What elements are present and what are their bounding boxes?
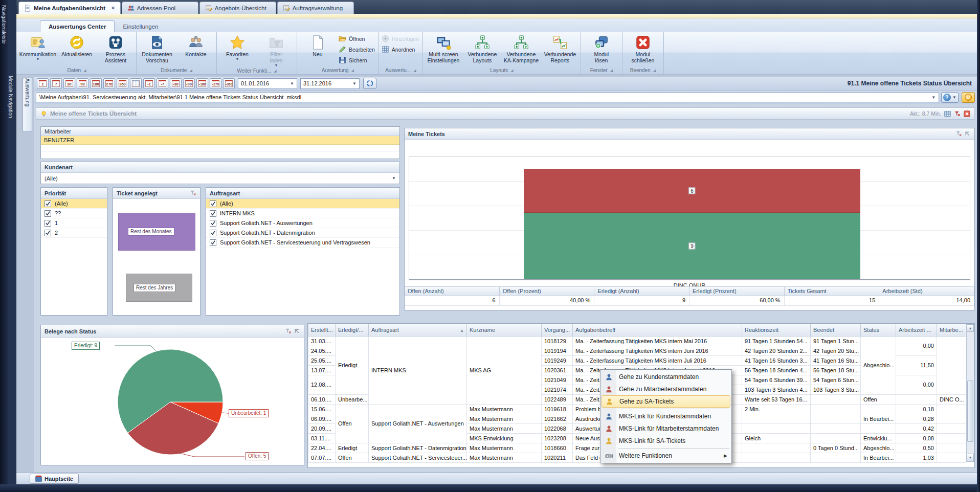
dialog-launcher-icon[interactable]: ◢ — [610, 69, 613, 73]
navigation-side-strip[interactable]: Navigationsleiste — [0, 0, 8, 492]
scrollbar-thumb[interactable] — [967, 381, 973, 442]
table-cell[interactable]: 0,50 — [896, 443, 937, 453]
table-cell[interactable]: 41 Tagen 16 Stu... — [811, 355, 861, 365]
context-menu-item-gehe-zu-kundenstammdaten[interactable]: Gehe zu Kundenstammdaten — [602, 371, 730, 383]
dialog-launcher-icon[interactable]: ◢ — [653, 69, 656, 73]
table-cell[interactable] — [937, 423, 966, 433]
dialog-launcher-icon[interactable]: ◢ — [274, 69, 276, 73]
table-cell[interactable]: Gleich — [742, 433, 811, 443]
date-preset-minus1[interactable]: -1 — [143, 78, 155, 89]
date-preset-30[interactable]: 30 — [63, 78, 75, 89]
chevron-down-icon[interactable]: ▼ — [392, 176, 396, 181]
auftragsart-item-support-goliath-net-auswertungen[interactable]: Support Goliath.NET - Auswertungen — [206, 218, 399, 228]
dialog-launcher-icon[interactable]: ◢ — [189, 69, 192, 73]
table-cell[interactable]: Ma. - Zeiterfassung Tätigkeiten MKS inte… — [573, 336, 742, 346]
module-navigation-strip[interactable]: Module Navigation — [8, 0, 16, 492]
auftragsart-item-intern-mks[interactable]: INTERN MKS — [206, 209, 399, 218]
table-cell[interactable] — [937, 443, 966, 453]
table-cell[interactable]: Abgeschlo... — [861, 443, 896, 453]
window-tab-meine-aufgabenübersicht[interactable]: Meine Aufgabenübersicht✕ — [18, 2, 121, 14]
filter-clear-icon[interactable] — [190, 190, 196, 196]
table-cell[interactable]: Abgeschlo... — [861, 336, 896, 394]
ribbon-button-modul-lösen[interactable]: Modul lösen — [582, 32, 621, 63]
context-menu-item-gehe-zu-sa-tickets[interactable]: Gehe zu SA-Tickets — [602, 395, 730, 408]
table-cell[interactable]: 25.05.... — [308, 355, 336, 365]
ribbon-button-hinzufügen[interactable]: Hinzufügen — [382, 34, 419, 43]
table-cell[interactable]: 13.07.... — [308, 365, 336, 375]
table-cell[interactable] — [811, 433, 861, 443]
context-menu-item-mks-link-für-kundenstammdaten[interactable]: MKS-Link für Kundenstammdaten — [602, 410, 730, 422]
column-header-arbeitszeit[interactable]: Arbeitszeit ... — [896, 324, 937, 336]
date-from-combo[interactable]: 01.01.2016▼ — [238, 78, 297, 89]
table-cell[interactable]: Max Mustermann — [467, 443, 542, 453]
table-cell[interactable] — [937, 453, 966, 462]
table-cell[interactable]: 12.08.... — [308, 375, 336, 394]
ribbon-button-bearbeiten[interactable]: Bearbeiten — [339, 44, 375, 54]
table-cell[interactable] — [937, 336, 966, 394]
date-preset-calendar[interactable] — [130, 78, 142, 89]
table-cell[interactable]: Support Goliath.NET - Datenmigration — [369, 443, 467, 453]
column-header-status[interactable]: Status — [861, 324, 896, 336]
date-preset-minus270[interactable]: -270 — [210, 78, 221, 89]
table-cell[interactable]: 0,28 — [896, 414, 937, 423]
prioritaet-item-alle[interactable]: (Alle) — [41, 199, 107, 209]
dialog-launcher-icon[interactable]: ◢ — [510, 69, 513, 73]
table-cell[interactable]: 1021662 — [542, 414, 573, 423]
table-cell[interactable]: Ma. - Zeiterfassung Tätigkeiten MKS inte… — [573, 355, 742, 365]
date-preset-270[interactable]: 270 — [103, 78, 115, 89]
table-cell[interactable]: 41 Tagen 16 Stunden 3... — [742, 355, 811, 365]
table-cell[interactable] — [937, 433, 966, 443]
table-cell[interactable]: 06.10.... — [308, 394, 336, 404]
table-cell[interactable] — [742, 443, 811, 453]
table-cell[interactable] — [742, 453, 811, 462]
table-cell[interactable]: 0,00 — [896, 336, 937, 355]
table-cell[interactable]: 20.09.... — [308, 423, 336, 433]
checkbox-checked[interactable] — [210, 220, 216, 227]
table-cell[interactable]: 1021074 — [542, 385, 573, 394]
table-cell[interactable]: Max Mustermann — [467, 453, 542, 462]
window-tab-adressen-pool[interactable]: Adressen-Pool — [122, 2, 198, 14]
table-cell[interactable]: In Bearbei... — [861, 453, 896, 462]
ribbon-button-anordnen[interactable]: Anordnen — [382, 44, 419, 54]
table-cell[interactable]: 1018660 — [542, 443, 573, 453]
scroll-up-icon[interactable]: ▲ — [967, 324, 974, 332]
ribbon-button-öffnen[interactable]: Öffnen — [339, 34, 375, 43]
date-preset-minus7[interactable]: -7 — [157, 78, 168, 89]
table-cell[interactable] — [861, 423, 896, 433]
checkbox-checked[interactable] — [44, 210, 51, 217]
table-cell[interactable]: 54 Tagen 6 Stun... — [811, 375, 861, 385]
mitarbeiter-empty-rows[interactable] — [41, 145, 399, 159]
column-header-erledigt[interactable]: Erledigt/... — [336, 324, 369, 336]
table-cell[interactable]: 103 Tagen 3 Stu... — [811, 385, 861, 394]
checkbox-checked[interactable] — [210, 230, 216, 236]
chevron-down-icon[interactable]: ▼ — [290, 81, 294, 86]
table-cell[interactable]: INTERN MKS — [369, 336, 467, 404]
table-cell[interactable]: 54 Tagen 6 Stunden 39... — [742, 375, 811, 385]
date-preset-minus30[interactable]: -30 — [170, 78, 182, 89]
table-cell[interactable]: 42 Tagen 20 Stu... — [811, 346, 861, 355]
prioritaet-item-1[interactable]: 1 — [41, 218, 107, 228]
table-cell[interactable]: Ma. - Zeiterfassung Tätigkeiten MKS inte… — [573, 346, 742, 355]
table-cell[interactable] — [811, 404, 861, 414]
kundenart-combo[interactable]: (Alle) ▼ — [41, 173, 399, 184]
filter-clear-icon[interactable] — [285, 328, 292, 334]
navigationsleiste-vertical-tab[interactable]: Navigationsleiste — [1, 5, 7, 44]
table-cell[interactable]: 0 Tagen 0 Stund... — [811, 443, 861, 453]
ribbon-button-verbundende-reports[interactable]: Verbundende Reports — [541, 32, 580, 63]
checkbox-checked[interactable] — [44, 200, 51, 207]
clear-filter-icon[interactable] — [954, 110, 961, 117]
window-tab-auftragsverwaltung[interactable]: Auftragsverwaltung — [277, 2, 354, 14]
table-cell[interactable]: Warte seit 53 Tagen 16... — [742, 394, 811, 404]
column-header-aufgabenbetreff[interactable]: Aufgabenbetreff — [573, 324, 742, 336]
date-to-combo[interactable]: 31.12.2016▼ — [300, 78, 360, 89]
table-cell[interactable]: Unbearbe... — [336, 394, 369, 404]
chevron-down-icon[interactable]: ▼ — [352, 81, 357, 86]
auftragsart-item-alle[interactable]: (Alle) — [206, 199, 399, 209]
column-header-beendet[interactable]: Beendet — [811, 324, 861, 336]
table-cell[interactable]: Max Mustermann — [467, 404, 542, 414]
prioritaet-item-2[interactable]: 2 — [41, 228, 107, 238]
table-cell[interactable]: 1,03 — [896, 453, 937, 462]
table-cell[interactable]: 1020211 — [542, 453, 573, 462]
ribbon-tab-auswertungs-center[interactable]: Auswertungs Center — [40, 20, 115, 32]
date-preset-minus90[interactable]: -90 — [183, 78, 195, 89]
